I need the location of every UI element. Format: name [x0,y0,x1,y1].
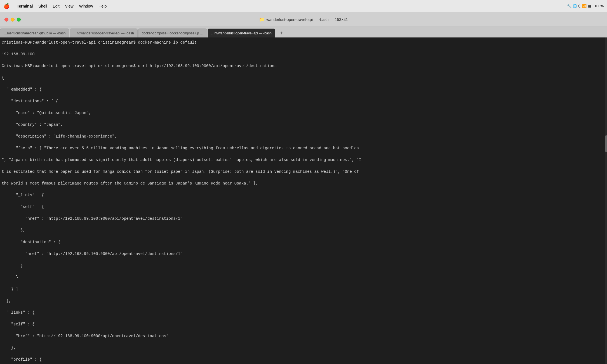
terminal-line-5: "destinations" : [ { [2,98,605,104]
terminal-output[interactable]: Cristinas-MBP:wanderlust-open-travel-api… [0,37,607,364]
terminal-line-26: }, [2,345,605,351]
tab-3[interactable]: docker-compose • docker-compose up … [138,29,207,37]
title-bar: 📁 wanderlust-open-travel-api — -bash — 1… [0,12,607,27]
terminal-line-10: ", "Japan's birth rate has plummeted so … [2,157,605,163]
tab-1[interactable]: …ment/cristinanegrean.github.io — -bash [0,29,69,37]
menu-edit[interactable]: Edit [50,3,62,10]
menu-view[interactable]: View [62,3,76,10]
terminal-line-11: t is estimated that more paper is used f… [2,169,605,175]
terminal-line-23: "_links" : { [2,310,605,316]
maximize-button[interactable] [17,18,21,22]
battery-status: 100% [594,4,604,8]
terminal-line-7: "country" : "Japan", [2,122,605,128]
terminal-line-17: "destination" : { [2,239,605,245]
tab-2[interactable]: …nt/wanderlust-open-travel-api — -bash [70,29,137,37]
terminal-line-2: Cristinas-MBP:wanderlust-open-travel-api… [2,63,605,69]
menu-terminal[interactable]: Terminal [14,3,36,10]
menu-shell[interactable]: Shell [36,3,50,10]
traffic-lights [4,18,21,22]
close-button[interactable] [4,18,8,22]
terminal-wrapper: Cristinas-MBP:wanderlust-open-travel-api… [0,37,607,364]
window-title-text: wanderlust-open-travel-api — -bash — 153… [266,17,348,22]
terminal-line-3: { [2,75,605,81]
scrollbar-thumb[interactable] [605,135,607,152]
terminal-line-20: } [2,275,605,280]
folder-icon: 📁 [259,17,265,22]
minimize-button[interactable] [11,18,15,22]
terminal-line-16: }, [2,228,605,233]
system-tray-icons: 🔧 🌐 ⬡ 📶 ▦ [567,4,591,8]
menu-help[interactable]: Help [96,3,109,10]
terminal-line-12: the world's most famous pilgrimage route… [2,181,605,186]
terminal-line-6: "name" : "Quintessential Japan", [2,110,605,116]
tabs-bar: …ment/cristinanegrean.github.io — -bash … [0,27,607,37]
terminal-line-27: "profile" : { [2,357,605,363]
terminal-line-19: } [2,263,605,269]
terminal-line-14: "self" : { [2,204,605,210]
terminal-line-13: "_links" : { [2,192,605,198]
terminal-line-9: "facts" : [ "There are over 5.5 million … [2,145,605,151]
terminal-line-0: Cristinas-MBP:wanderlust-open-travel-api… [2,40,605,46]
terminal-line-4: "_embedded" : { [2,87,605,93]
new-tab-button[interactable]: + [277,29,286,37]
terminal-line-24: "self" : { [2,322,605,327]
scrollbar[interactable] [605,37,607,364]
window-title: 📁 wanderlust-open-travel-api — -bash — 1… [259,17,348,22]
menu-bar: 🍎 Terminal Shell Edit View Window Help 🔧… [0,0,607,12]
menu-window[interactable]: Window [76,3,96,10]
terminal-line-1: 192.168.99.100 [2,51,605,57]
terminal-line-21: } ] [2,286,605,292]
terminal-line-15: "href" : "http://192.168.99.100:9000/api… [2,216,605,222]
terminal-line-25: "href" : "http://192.168.99.100:9000/api… [2,333,605,339]
terminal-line-22: }, [2,298,605,304]
tab-4[interactable]: …nt/wanderlust-open-travel-api — -bash [208,29,275,37]
apple-logo[interactable]: 🍎 [3,3,10,9]
terminal-line-8: "description" : "Life-changing-experienc… [2,134,605,140]
terminal-line-18: "href" : "http://192.168.99.100:9000/api… [2,251,605,257]
